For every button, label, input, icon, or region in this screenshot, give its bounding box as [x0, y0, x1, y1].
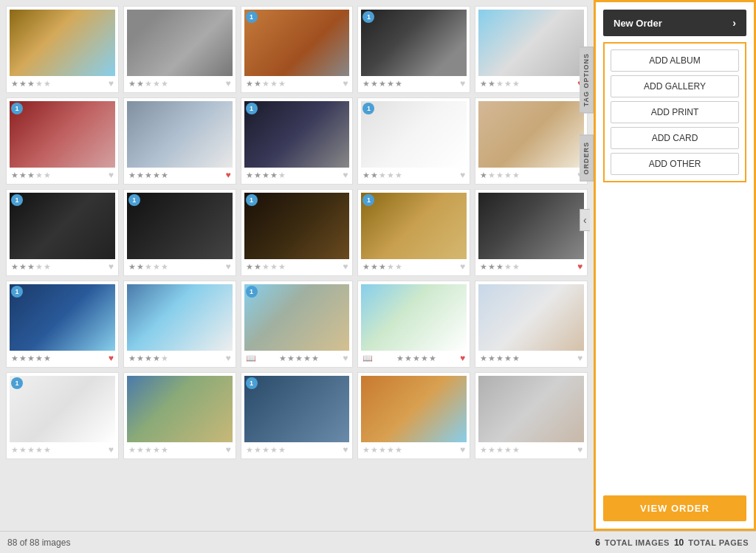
star-5[interactable]: ★ [395, 445, 402, 455]
star-3[interactable]: ★ [262, 445, 269, 455]
star-rating[interactable]: ★★★★★ [128, 79, 168, 89]
star-1[interactable]: ★ [128, 79, 136, 89]
star-1[interactable]: ★ [246, 171, 253, 180]
star-2[interactable]: ★ [254, 171, 261, 180]
star-3[interactable]: ★ [27, 262, 35, 272]
star-1[interactable]: ★ [246, 79, 253, 89]
star-4[interactable]: ★ [387, 171, 394, 180]
star-rating[interactable]: ★★★★★ [362, 171, 402, 180]
view-order-button[interactable]: VIEW ORDER [603, 495, 746, 521]
star-3[interactable]: ★ [27, 445, 35, 455]
star-rating[interactable]: ★★★★★ [362, 79, 402, 89]
star-2[interactable]: ★ [137, 354, 144, 363]
star-5[interactable]: ★ [44, 445, 51, 455]
star-3[interactable]: ★ [379, 171, 386, 180]
heart-icon[interactable]: ♥ [577, 444, 583, 455]
star-1[interactable]: ★ [362, 262, 370, 272]
star-1[interactable]: ★ [362, 171, 370, 180]
star-rating[interactable]: ★★★★★ [362, 445, 402, 455]
photo-card[interactable]: ★★★★★♥ [123, 281, 236, 368]
add-other-button[interactable]: ADD OTHER [611, 153, 739, 175]
star-rating[interactable]: ★★★★★ [11, 354, 51, 363]
star-2[interactable]: ★ [137, 445, 144, 455]
star-3[interactable]: ★ [27, 171, 35, 180]
star-4[interactable]: ★ [153, 445, 160, 455]
star-1[interactable]: ★ [11, 445, 18, 455]
photo-card[interactable]: ★★★★★♥ [475, 372, 588, 459]
star-4[interactable]: ★ [504, 262, 512, 272]
star-2[interactable]: ★ [19, 262, 27, 272]
heart-icon[interactable]: ♥ [460, 78, 465, 89]
star-1[interactable]: ★ [11, 354, 18, 363]
photo-card[interactable]: 1★★★★★♥ [6, 281, 119, 368]
star-2[interactable]: ★ [488, 79, 495, 89]
star-3[interactable]: ★ [379, 79, 386, 89]
heart-icon[interactable]: ♥ [109, 353, 114, 363]
star-4[interactable]: ★ [270, 445, 278, 455]
star-5[interactable]: ★ [161, 171, 168, 180]
star-5[interactable]: ★ [44, 79, 51, 89]
photo-card[interactable]: 📖★★★★★♥ [357, 281, 470, 368]
star-3[interactable]: ★ [413, 354, 420, 363]
star-2[interactable]: ★ [19, 79, 27, 89]
heart-icon[interactable]: ♥ [577, 261, 583, 272]
star-rating[interactable]: ★★★★★ [246, 79, 286, 89]
star-2[interactable]: ★ [19, 354, 27, 363]
star-4[interactable]: ★ [270, 171, 278, 180]
star-5[interactable]: ★ [278, 79, 286, 89]
star-5[interactable]: ★ [161, 262, 168, 272]
star-1[interactable]: ★ [128, 171, 136, 180]
star-4[interactable]: ★ [387, 445, 394, 455]
star-3[interactable]: ★ [379, 445, 386, 455]
star-1[interactable]: ★ [480, 354, 487, 363]
star-2[interactable]: ★ [137, 262, 144, 272]
star-5[interactable]: ★ [395, 262, 402, 272]
heart-icon[interactable]: ♥ [109, 261, 114, 272]
heart-icon[interactable]: ♥ [225, 261, 230, 272]
star-rating[interactable]: ★★★★★ [128, 171, 168, 180]
star-3[interactable]: ★ [379, 262, 386, 272]
star-2[interactable]: ★ [488, 445, 495, 455]
star-3[interactable]: ★ [496, 354, 504, 363]
photo-card[interactable]: ★★★★★♥ [123, 372, 236, 459]
star-rating[interactable]: ★★★★★ [11, 445, 51, 455]
photo-card[interactable]: 1★★★★★♥ [357, 6, 470, 93]
star-5[interactable]: ★ [312, 354, 319, 363]
star-5[interactable]: ★ [512, 445, 520, 455]
star-5[interactable]: ★ [161, 79, 168, 89]
add-print-button[interactable]: ADD PRINT [611, 101, 739, 123]
photo-card[interactable]: ★★★★★♥ [475, 189, 588, 276]
photo-card[interactable]: ★★★★★♥ [357, 372, 470, 459]
photo-card[interactable]: 1★★★★★♥ [241, 189, 354, 276]
star-4[interactable]: ★ [504, 354, 512, 363]
star-1[interactable]: ★ [11, 262, 18, 272]
star-4[interactable]: ★ [387, 262, 394, 272]
star-4[interactable]: ★ [303, 354, 311, 363]
photo-card[interactable]: 1★★★★★♥ [357, 97, 470, 185]
heart-icon[interactable]: ♥ [343, 78, 348, 89]
photo-card[interactable]: ★★★★★♥ [6, 6, 119, 93]
star-1[interactable]: ★ [128, 354, 136, 363]
collapse-arrow[interactable]: ‹ [580, 209, 590, 231]
star-2[interactable]: ★ [371, 445, 378, 455]
star-5[interactable]: ★ [278, 171, 286, 180]
star-5[interactable]: ★ [278, 262, 286, 272]
heart-icon[interactable]: ♥ [225, 444, 230, 455]
star-3[interactable]: ★ [262, 262, 269, 272]
heart-icon[interactable]: ♥ [109, 78, 114, 89]
star-rating[interactable]: ★★★★★ [480, 171, 520, 180]
star-rating[interactable]: ★★★★★ [128, 445, 168, 455]
star-4[interactable]: ★ [504, 445, 512, 455]
star-4[interactable]: ★ [35, 445, 43, 455]
star-5[interactable]: ★ [512, 79, 520, 89]
star-2[interactable]: ★ [371, 79, 378, 89]
star-2[interactable]: ★ [19, 445, 27, 455]
photo-card[interactable]: ★★★★★♥ [475, 281, 588, 368]
star-3[interactable]: ★ [496, 79, 504, 89]
star-2[interactable]: ★ [137, 79, 144, 89]
star-5[interactable]: ★ [512, 354, 520, 363]
star-2[interactable]: ★ [488, 171, 495, 180]
photo-card[interactable]: 1★★★★★♥ [241, 6, 354, 93]
heart-icon[interactable]: ♥ [460, 170, 465, 180]
tag-options-tab[interactable]: TAG OPTIONS [580, 47, 594, 113]
